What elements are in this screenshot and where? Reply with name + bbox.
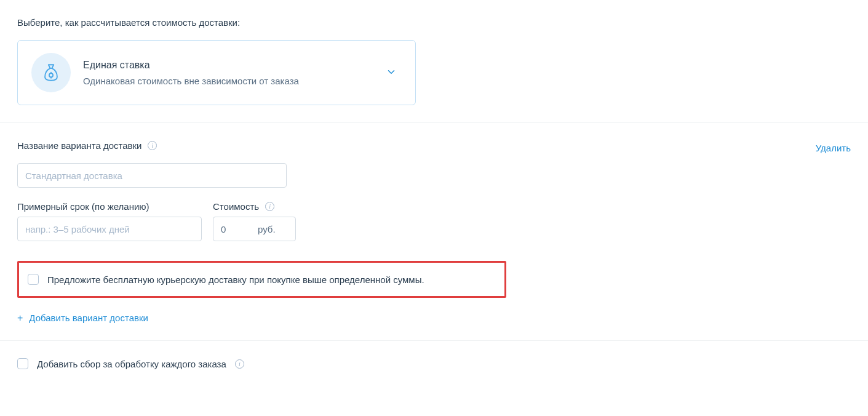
rate-text-block: Единая ставка Одинаковая стоимость вне з… bbox=[83, 60, 368, 86]
variant-name-input[interactable] bbox=[17, 163, 287, 188]
rate-type-dropdown[interactable]: Единая ставка Одинаковая стоимость вне з… bbox=[17, 40, 416, 105]
money-bag-icon bbox=[31, 53, 71, 92]
fields-row: Примерный срок (по желанию) Стоимость ру… bbox=[17, 201, 851, 241]
info-icon[interactable] bbox=[235, 359, 244, 369]
rate-selection-section: Выберите, как рассчитывается стоимость д… bbox=[0, 0, 868, 122]
handling-fee-section: Добавить сбор за обработку каждого заказ… bbox=[0, 341, 868, 386]
add-variant-link[interactable]: + Добавить вариант доставки bbox=[17, 313, 851, 323]
rate-description: Одинаковая стоимость вне зависимости от … bbox=[83, 76, 368, 86]
cost-field: Стоимость руб. bbox=[213, 201, 296, 241]
cost-label: Стоимость bbox=[213, 201, 259, 212]
chevron-down-icon[interactable] bbox=[381, 66, 402, 79]
info-icon[interactable] bbox=[148, 141, 157, 150]
add-variant-label: Добавить вариант доставки bbox=[29, 313, 148, 323]
svg-point-0 bbox=[49, 73, 53, 77]
variant-name-label: Название варианта доставки bbox=[17, 140, 141, 151]
free-delivery-highlight: Предложите бесплатную курьерскую доставк… bbox=[17, 261, 506, 298]
variant-name-label-row: Название варианта доставки bbox=[17, 140, 157, 151]
free-delivery-checkbox[interactable] bbox=[28, 274, 39, 285]
handling-fee-label: Добавить сбор за обработку каждого заказ… bbox=[37, 359, 226, 369]
delivery-variant-section: Название варианта доставки Удалить Приме… bbox=[0, 122, 868, 341]
rate-title: Единая ставка bbox=[83, 60, 368, 71]
variant-header-row: Название варианта доставки Удалить bbox=[17, 140, 851, 156]
time-field: Примерный срок (по желанию) bbox=[17, 201, 202, 241]
free-delivery-label: Предложите бесплатную курьерскую доставк… bbox=[47, 274, 424, 285]
info-icon[interactable] bbox=[265, 202, 274, 211]
plus-icon: + bbox=[17, 313, 23, 323]
delivery-time-input[interactable] bbox=[17, 217, 202, 241]
cost-input[interactable] bbox=[221, 224, 258, 234]
time-label: Примерный срок (по желанию) bbox=[17, 201, 149, 212]
handling-fee-checkbox[interactable] bbox=[17, 358, 28, 369]
rate-prompt: Выберите, как рассчитывается стоимость д… bbox=[17, 17, 851, 28]
cost-currency: руб. bbox=[258, 224, 276, 234]
handling-row: Добавить сбор за обработку каждого заказ… bbox=[17, 358, 851, 369]
delete-variant-link[interactable]: Удалить bbox=[816, 143, 851, 153]
cost-input-wrap[interactable]: руб. bbox=[213, 217, 296, 241]
